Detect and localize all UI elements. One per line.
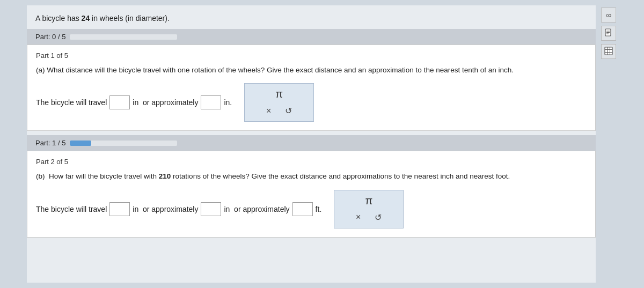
right-sidebar: ∞ (600, 5, 617, 283)
infinity-btn[interactable]: ∞ (601, 8, 616, 23)
part2-ft: ft. (316, 205, 322, 213)
svg-rect-4 (605, 47, 612, 55)
infinity-icon: ∞ (606, 11, 611, 19)
content-area: A bicycle has 24 in wheels (in diameter)… (27, 5, 596, 283)
part1-pi-symbol: π (275, 88, 283, 100)
part2-reset-btn[interactable]: ↺ (372, 211, 384, 224)
part2-bold-210: 210 (159, 172, 171, 180)
part2-label: Part 2 of 5 (36, 158, 587, 166)
part2-content-box: Part 2 of 5 (b) How far will the bicycle… (27, 151, 596, 237)
part2-progress-container (70, 141, 177, 146)
table-btn[interactable] (601, 44, 616, 59)
part2-pi-symbol: π (365, 195, 372, 207)
part1-bar-label: Part: 0 / 5 (35, 33, 65, 41)
part1-label: Part 1 of 5 (36, 51, 587, 60)
part2-progress-fill (70, 141, 91, 146)
doc-icon (604, 28, 613, 39)
main-wrapper: A bicycle has 24 in wheels (in diameter)… (27, 5, 617, 283)
part1-progress-container (70, 34, 177, 40)
part2-answer-row: The bicycle will travel in or approximat… (36, 190, 587, 228)
part1-answer-row: The bicycle will travel in or approximat… (36, 83, 587, 122)
part1-reset-btn[interactable]: ↺ (283, 105, 294, 117)
part1-math-popup: π × ↺ (244, 83, 314, 122)
part1-prefix: The bicycle will travel (36, 98, 107, 107)
table-icon (604, 47, 613, 57)
part2-input2[interactable] (201, 202, 221, 216)
part1-close-btn[interactable]: × (264, 105, 273, 117)
part1-question: (a) What distance will the bicycle trave… (36, 65, 587, 76)
part2-math-popup: π × ↺ (334, 190, 404, 228)
part2-close-btn[interactable]: × (354, 211, 363, 223)
part2-section: Part: 1 / 5 Part 2 of 5 (b) How far will… (27, 135, 596, 237)
bold-number: 24 (82, 14, 90, 23)
part1-section: Part: 0 / 5 Part 1 of 5 (a) What distanc… (27, 29, 596, 131)
doc-btn[interactable] (601, 26, 616, 41)
part2-in1: in or approximately (133, 205, 198, 213)
part1-popup-actions: × ↺ (264, 105, 294, 117)
part2-input1[interactable] (109, 202, 130, 216)
part2-popup-actions: × ↺ (354, 211, 384, 224)
part2-bar-label: Part: 1 / 5 (35, 139, 65, 147)
part2-in2: in or approximately (224, 205, 289, 213)
part1-input2[interactable] (201, 95, 221, 109)
part1-bar: Part: 0 / 5 (27, 29, 596, 45)
part2-bar: Part: 1 / 5 (27, 135, 596, 151)
problem-header: A bicycle has 24 in wheels (in diameter)… (27, 11, 596, 29)
part1-in2: in. (224, 98, 232, 107)
part2-prefix: The bicycle will travel (36, 205, 107, 213)
part1-in1: in or approximately (133, 98, 198, 107)
problem-intro-text: A bicycle has 24 in wheels (in diameter)… (35, 14, 170, 23)
part2-input3[interactable] (292, 202, 313, 216)
part1-content-box: Part 1 of 5 (a) What distance will the b… (27, 45, 596, 131)
part2-question: (b) How far will the bicycle travel with… (36, 171, 587, 182)
part1-input1[interactable] (109, 95, 130, 109)
